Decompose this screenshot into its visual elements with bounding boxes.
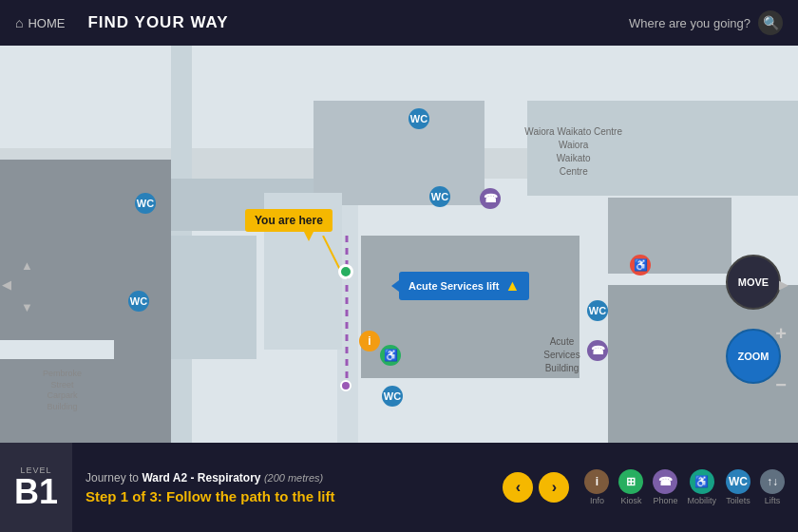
zoom-plus-button[interactable]: +: [775, 323, 787, 345]
legend-info: i Info: [584, 469, 609, 505]
legend-mobility: ♿ Mobility: [687, 469, 716, 505]
legend-kiosk: ⊞ Kiosk: [618, 469, 643, 505]
destination-dot: [340, 380, 352, 391]
search-icon[interactable]: 🔍: [758, 10, 783, 35]
level-number: B1: [14, 475, 58, 509]
next-step-button[interactable]: ›: [539, 472, 569, 503]
legend-lifts-label: Lifts: [765, 496, 781, 505]
move-left-arrow[interactable]: ◀: [2, 277, 737, 292]
wc-icon-2[interactable]: WC: [408, 108, 429, 129]
home-button[interactable]: ⌂ HOME: [15, 15, 65, 30]
nav-info: Journey to Ward A2 - Respiratory (200 me…: [72, 464, 503, 512]
level-badge: LEVEL B1: [0, 443, 72, 532]
legend-kiosk-label: Kiosk: [620, 496, 641, 505]
legend-toilets-label: Toilets: [726, 496, 750, 505]
zoom-label: ZOOM: [738, 351, 770, 362]
legend-toilets: WC Toilets: [726, 469, 750, 505]
legend-lifts: ↑↓ Lifts: [760, 469, 785, 505]
journey-distance: (200 metres): [264, 472, 323, 484]
wc-icon-1[interactable]: WC: [135, 193, 156, 214]
move-down-arrow[interactable]: ▼: [21, 300, 764, 441]
move-up-arrow[interactable]: ▲: [21, 258, 764, 273]
bottom-bar: LEVEL B1 Journey to Ward A2 - Respirator…: [0, 443, 798, 532]
legend-kiosk-icon: ⊞: [618, 469, 643, 494]
legend-phone-label: Phone: [653, 496, 677, 505]
you-are-here-callout: You are here: [245, 209, 332, 232]
legend-phone: ☎ Phone: [653, 469, 677, 505]
wc-icon-3[interactable]: WC: [429, 186, 450, 207]
legend-info-label: Info: [590, 496, 604, 505]
current-position-dot: [338, 264, 353, 279]
journey-prefix: Journey to: [86, 471, 139, 484]
waiora-label: Waiora Waikato Centre Waiora Waikato Cen…: [524, 125, 622, 179]
move-label: MOVE: [738, 276, 769, 288]
zoom-minus-button[interactable]: −: [775, 374, 787, 396]
legend-icons: i Info ⊞ Kiosk ☎ Phone ♿ Mobility WC Toi…: [584, 469, 785, 505]
zoom-control[interactable]: ZOOM: [726, 329, 781, 384]
legend-info-icon: i: [584, 469, 609, 494]
legend-mobility-icon: ♿: [690, 469, 714, 494]
map-area: Waiora Waikato Centre Waiora Waikato Cen…: [0, 46, 798, 443]
search-area[interactable]: Where are you going? 🔍: [629, 10, 783, 35]
header: ⌂ HOME FIND YOUR WAY Where are you going…: [0, 0, 798, 46]
legend-phone-icon: ☎: [653, 469, 677, 494]
search-placeholder-label: Where are you going?: [629, 16, 750, 30]
legend-lifts-icon: ↑↓: [760, 469, 785, 494]
prev-step-button[interactable]: ‹: [503, 472, 533, 503]
nav-arrows: ‹ ›: [503, 472, 569, 503]
step-instruction: Step 1 of 3: Follow the path to the lift: [86, 488, 489, 504]
move-right-arrow[interactable]: ▶: [779, 277, 788, 292]
building-top-center: [314, 101, 484, 205]
phone-icon-1[interactable]: ☎: [480, 188, 501, 209]
legend-toilets-icon: WC: [726, 469, 750, 494]
journey-destination: Ward A2 - Respiratory: [142, 471, 260, 484]
home-icon: ⌂: [15, 15, 23, 30]
page-title: FIND YOUR WAY: [87, 13, 629, 32]
you-are-here-text: You are here: [255, 214, 323, 227]
journey-line: Journey to Ward A2 - Respiratory (200 me…: [86, 471, 489, 484]
legend-mobility-label: Mobility: [687, 496, 716, 505]
home-label: HOME: [28, 16, 65, 30]
